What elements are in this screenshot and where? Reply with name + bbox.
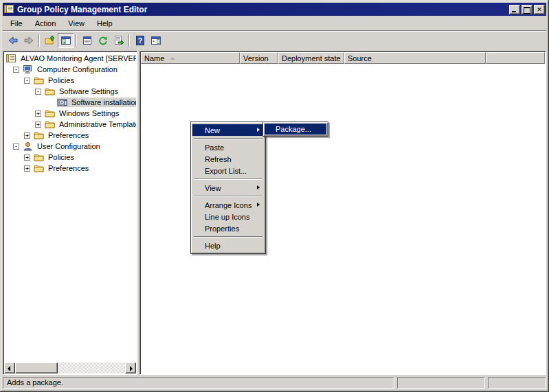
context-menu-item-refresh[interactable]: Refresh: [192, 153, 264, 165]
column-header-source[interactable]: Source: [344, 52, 486, 64]
titlebar: Group Policy Management Editor: [3, 3, 546, 16]
tree-item-label: Computer Configuration: [36, 65, 119, 73]
column-header-name[interactable]: Name: [141, 52, 240, 64]
scroll-right-button[interactable]: [125, 362, 136, 373]
tree-item-label: User Configuration: [36, 142, 102, 150]
back-icon[interactable]: [5, 33, 21, 48]
software-installation-icon: [57, 97, 67, 107]
tree-item-policies-user[interactable]: + Policies: [4, 152, 136, 163]
tree-item-software-installation[interactable]: Software installation: [4, 97, 136, 108]
tree-item-computer-configuration[interactable]: - Computer Configuration: [4, 64, 136, 75]
menu-help[interactable]: Help: [91, 17, 119, 30]
folder-icon: [34, 130, 44, 140]
collapse-expander[interactable]: -: [13, 67, 19, 73]
minimize-button[interactable]: [509, 5, 520, 14]
context-menu-item-arrange-icons[interactable]: Arrange Icons: [192, 199, 264, 211]
show-console-tree-icon[interactable]: [58, 33, 74, 48]
menu-item-label: Arrange Icons: [205, 201, 251, 209]
expand-expander[interactable]: +: [24, 132, 30, 139]
collapse-expander[interactable]: -: [35, 89, 41, 95]
tree-item-software-settings[interactable]: - Software Settings: [4, 86, 136, 97]
scrollbar-track[interactable]: [58, 362, 125, 373]
tree-item-label: Policies: [47, 76, 76, 84]
console-tree: ALVAO Monitoring Agent [SERVER1 - Comput…: [4, 53, 136, 174]
folder-icon: [34, 163, 44, 173]
menu-view[interactable]: View: [62, 17, 91, 30]
context-menu-item-help[interactable]: Help: [192, 240, 264, 251]
menu-separator: [194, 178, 262, 180]
show-action-pane-icon[interactable]: [148, 33, 164, 48]
menu-separator: [194, 138, 262, 139]
user-icon: [23, 141, 33, 151]
tree-item-label: Software Settings: [58, 87, 120, 95]
column-header-deployment-state[interactable]: Deployment state: [278, 52, 344, 64]
gpo-scroll-icon: [6, 54, 16, 63]
menu-file[interactable]: File: [4, 17, 29, 30]
folder-icon: [45, 119, 55, 129]
main-area: ALVAO Monitoring Agent [SERVER1 - Comput…: [3, 49, 546, 376]
help-icon[interactable]: ?: [132, 33, 148, 48]
context-menu-item-view[interactable]: View: [192, 182, 264, 194]
menu-item-label: Help: [205, 242, 221, 250]
toolbar: ?: [3, 30, 546, 49]
context-menu-item-paste[interactable]: Paste: [192, 141, 264, 153]
status-panel-3: [488, 377, 546, 389]
status-text: Adds a package.: [3, 377, 394, 389]
scrollbar-thumb[interactable]: [15, 362, 58, 373]
close-button[interactable]: [534, 5, 545, 14]
submenu-arrow-icon: [257, 185, 260, 189]
tree-item-label: Administrative Templates: [58, 120, 136, 128]
expand-expander[interactable]: +: [35, 122, 41, 128]
column-header-label: Source: [348, 54, 372, 62]
menu-item-label: Export List...: [205, 167, 247, 175]
properties-icon[interactable]: [79, 33, 95, 48]
selected-tree-item: Software installation: [57, 97, 136, 107]
console-tree-pane: ALVAO Monitoring Agent [SERVER1 - Comput…: [3, 51, 137, 375]
toolbar-separator: [76, 34, 77, 47]
column-header-label: Deployment state: [282, 54, 341, 62]
group-policy-editor-window: Group Policy Management Editor File Acti…: [0, 0, 549, 392]
tree-item-label: Policies: [47, 153, 76, 161]
folder-icon: [45, 87, 55, 96]
menu-item-label: Refresh: [205, 155, 232, 163]
expand-expander[interactable]: +: [24, 165, 30, 172]
context-menu-item-export-list[interactable]: Export List...: [192, 165, 264, 176]
menu-item-label: Package...: [276, 125, 311, 133]
submenu-item-package[interactable]: Package...: [265, 124, 326, 135]
sort-ascending-icon: [170, 57, 175, 60]
collapse-expander[interactable]: -: [13, 143, 19, 150]
export-list-icon[interactable]: [111, 33, 126, 48]
tree-item-user-configuration[interactable]: - User Configuration: [4, 141, 136, 152]
tree-item-preferences-computer[interactable]: + Preferences: [4, 130, 136, 141]
menu-action[interactable]: Action: [29, 17, 63, 30]
toolbar-separator: [38, 34, 40, 47]
tree-horizontal-scrollbar[interactable]: [4, 362, 136, 373]
maximize-button[interactable]: [522, 5, 533, 14]
menu-item-label: Paste: [205, 143, 224, 152]
menu-bar: File Action View Help: [3, 16, 546, 30]
tree-item-windows-settings[interactable]: + Windows Settings: [4, 108, 136, 119]
scroll-left-button[interactable]: [4, 362, 15, 373]
tree-item-label: Preferences: [47, 131, 90, 139]
menu-item-label: Line up Icons: [205, 213, 249, 221]
tree-item-administrative-templates[interactable]: + Administrative Templates: [4, 119, 136, 130]
forward-icon[interactable]: [21, 33, 36, 48]
context-menu-item-line-up-icons[interactable]: Line up Icons: [192, 211, 264, 222]
expand-expander[interactable]: +: [24, 154, 30, 161]
menu-item-label: New: [205, 126, 220, 135]
column-header-label: Version: [243, 54, 269, 62]
up-one-level-icon[interactable]: [42, 33, 58, 48]
column-header-version[interactable]: Version: [240, 52, 278, 64]
computer-icon: [23, 65, 33, 74]
refresh-icon[interactable]: [95, 33, 111, 48]
svg-text:?: ?: [137, 37, 142, 45]
tree-item-policies-computer[interactable]: - Policies: [4, 75, 136, 86]
context-menu-item-new[interactable]: New: [192, 124, 264, 136]
tree-item-root[interactable]: ALVAO Monitoring Agent [SERVER1: [4, 53, 136, 64]
context-menu-item-properties[interactable]: Properties: [192, 222, 264, 234]
tree-item-preferences-user[interactable]: + Preferences: [4, 163, 136, 174]
tree-item-label: Preferences: [47, 164, 90, 172]
collapse-expander[interactable]: -: [24, 78, 30, 84]
expand-expander[interactable]: +: [35, 111, 41, 117]
tree-item-label: Windows Settings: [58, 109, 120, 117]
